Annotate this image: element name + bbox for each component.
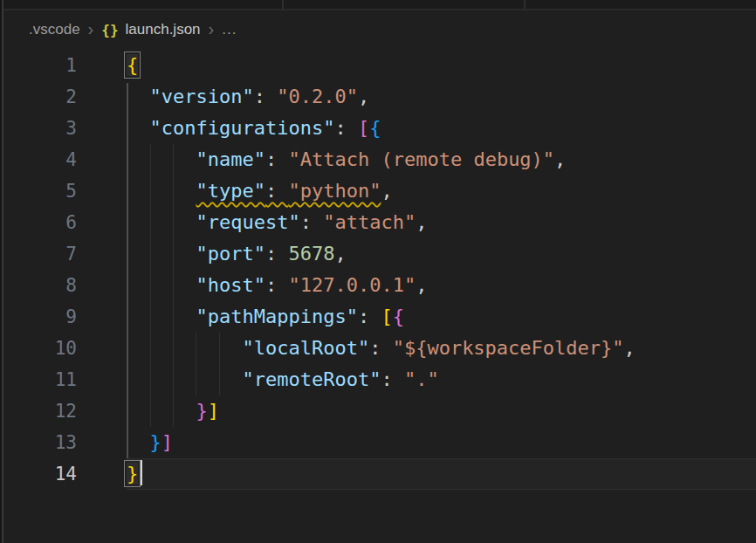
code-token bbox=[127, 243, 196, 265]
line-number[interactable]: 5 bbox=[0, 175, 79, 207]
line-number[interactable]: 1 bbox=[0, 50, 79, 81]
code-line[interactable]: 4 "name": "Attach (remote debug)", bbox=[0, 144, 756, 175]
line-content[interactable]: "port": 5678, bbox=[127, 238, 756, 270]
code-token: , bbox=[334, 243, 346, 265]
line-content[interactable]: } bbox=[127, 458, 756, 490]
code-token: : bbox=[381, 368, 404, 390]
code-token: ] bbox=[162, 431, 173, 453]
line-content[interactable]: "host": "127.0.0.1", bbox=[127, 270, 756, 301]
line-number[interactable]: 13 bbox=[0, 427, 79, 458]
code-token: [ bbox=[358, 117, 369, 139]
line-content[interactable]: }] bbox=[127, 427, 756, 458]
chevron-right-icon: › bbox=[87, 20, 95, 40]
code-token bbox=[127, 148, 196, 170]
code-token: 5678 bbox=[288, 243, 334, 265]
code-line[interactable]: 6 "request": "attach", bbox=[0, 207, 756, 238]
line-content[interactable]: "type": "python", bbox=[127, 175, 756, 207]
line-content[interactable]: "version": "0.2.0", bbox=[127, 81, 756, 113]
code-token: "pathMappings" bbox=[196, 306, 357, 327]
code-editor[interactable]: 1{2 "version": "0.2.0",3 "configurations… bbox=[0, 50, 756, 490]
code-token: "attach" bbox=[323, 211, 416, 233]
chevron-right-icon: › bbox=[208, 20, 216, 40]
code-token: : bbox=[254, 86, 278, 107]
code-token bbox=[127, 337, 242, 359]
code-line[interactable]: 12 }] bbox=[0, 395, 756, 427]
gutter-spacer bbox=[79, 144, 127, 175]
code-token: : bbox=[265, 148, 289, 170]
gutter-spacer bbox=[79, 175, 127, 207]
code-line[interactable]: 7 "port": 5678, bbox=[0, 238, 756, 270]
gutter-spacer bbox=[79, 427, 127, 458]
warning-squiggle: "type": "python" bbox=[196, 180, 381, 202]
tab-divider bbox=[282, 0, 284, 9]
line-number[interactable]: 14 bbox=[0, 458, 79, 490]
code-line[interactable]: 2 "version": "0.2.0", bbox=[0, 81, 756, 113]
code-token: } bbox=[150, 431, 162, 453]
code-lines: 1{2 "version": "0.2.0",3 "configurations… bbox=[0, 50, 756, 490]
code-token: , bbox=[416, 211, 427, 233]
code-line[interactable]: 8 "host": "127.0.0.1", bbox=[0, 270, 756, 301]
code-line[interactable]: 14} bbox=[0, 458, 756, 490]
breadcrumb-symbol-more[interactable]: ... bbox=[222, 21, 237, 38]
gutter-spacer bbox=[79, 270, 127, 301]
gutter-spacer bbox=[79, 207, 127, 238]
code-token: , bbox=[554, 148, 566, 170]
code-token: : bbox=[265, 180, 289, 202]
code-token: } bbox=[196, 400, 207, 422]
line-number[interactable]: 9 bbox=[0, 301, 79, 333]
breadcrumb-file[interactable]: launch.json bbox=[126, 21, 201, 38]
code-line[interactable]: 10 "localRoot": "${workspaceFolder}", bbox=[0, 333, 756, 364]
line-content[interactable]: "remoteRoot": "." bbox=[127, 364, 756, 395]
code-token: "0.2.0" bbox=[277, 86, 358, 107]
code-token bbox=[127, 117, 150, 139]
line-content[interactable]: }] bbox=[127, 395, 756, 427]
code-token: "type" bbox=[196, 180, 265, 202]
code-token bbox=[127, 86, 150, 107]
line-number[interactable]: 8 bbox=[0, 270, 79, 301]
line-content[interactable]: "configurations": [{ bbox=[127, 113, 756, 144]
breadcrumb-folder[interactable]: .vscode bbox=[29, 21, 80, 38]
line-number[interactable]: 4 bbox=[0, 144, 79, 175]
code-token bbox=[127, 431, 150, 453]
gutter-spacer bbox=[79, 238, 127, 270]
code-line[interactable]: 9 "pathMappings": [{ bbox=[0, 301, 756, 333]
json-braces-icon: {} bbox=[101, 22, 118, 38]
code-line[interactable]: 5 "type": "python", bbox=[0, 175, 756, 207]
code-token: "request" bbox=[196, 211, 299, 233]
code-line[interactable]: 11 "remoteRoot": "." bbox=[0, 364, 756, 395]
code-line[interactable]: 1{ bbox=[0, 50, 756, 81]
line-number[interactable]: 11 bbox=[0, 364, 79, 395]
line-content[interactable]: "request": "attach", bbox=[127, 207, 756, 238]
line-number[interactable]: 2 bbox=[0, 81, 79, 113]
code-token: { bbox=[393, 306, 404, 327]
editor-left-border bbox=[0, 0, 3, 543]
code-token: : bbox=[300, 211, 324, 233]
line-number[interactable]: 10 bbox=[0, 333, 79, 364]
line-content[interactable]: { bbox=[127, 50, 756, 81]
line-number[interactable]: 6 bbox=[0, 207, 79, 238]
line-number[interactable]: 12 bbox=[0, 395, 79, 427]
code-line[interactable]: 3 "configurations": [{ bbox=[0, 113, 756, 144]
line-content[interactable]: "pathMappings": [{ bbox=[127, 301, 756, 333]
gutter-spacer bbox=[79, 364, 127, 395]
line-number[interactable]: 3 bbox=[0, 113, 79, 144]
code-token: "." bbox=[404, 368, 439, 390]
text-cursor bbox=[141, 460, 142, 485]
gutter-spacer bbox=[79, 50, 127, 81]
code-token: "name" bbox=[196, 148, 265, 170]
vscode-editor-window: .vscode › {} launch.json › ... 1{2 "vers… bbox=[0, 0, 756, 543]
code-token bbox=[127, 306, 196, 327]
tab-divider bbox=[524, 0, 526, 9]
code-token bbox=[127, 180, 196, 202]
code-token: : bbox=[334, 117, 358, 139]
code-token: : bbox=[358, 306, 381, 327]
code-token: "127.0.0.1" bbox=[288, 274, 416, 296]
gutter-spacer bbox=[79, 113, 127, 144]
tab-bar-strip bbox=[0, 0, 756, 10]
line-content[interactable]: "localRoot": "${workspaceFolder}", bbox=[127, 333, 756, 364]
line-number[interactable]: 7 bbox=[0, 238, 79, 270]
code-token bbox=[127, 400, 196, 422]
line-content[interactable]: "name": "Attach (remote debug)", bbox=[127, 144, 756, 175]
gutter-spacer bbox=[79, 458, 127, 490]
code-line[interactable]: 13 }] bbox=[0, 427, 756, 458]
